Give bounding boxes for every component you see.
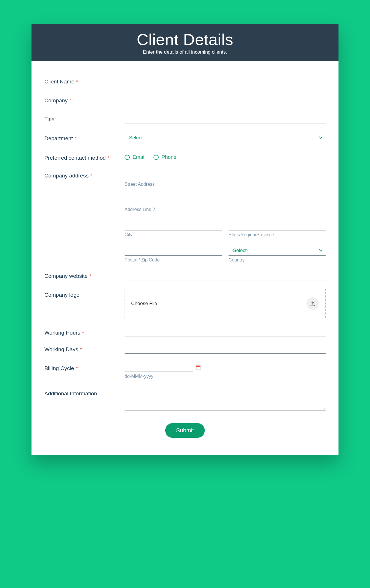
label-client-name: Client Name <box>44 79 74 85</box>
radio-email-label: Email <box>133 154 145 160</box>
label-company-address: Company address <box>44 173 88 179</box>
row-company-website: Company website * <box>44 270 326 280</box>
radio-email[interactable]: Email <box>125 154 145 160</box>
state-input[interactable] <box>229 220 326 230</box>
sublabel-line2: Address Line 2 <box>125 207 326 212</box>
row-client-name: Client Name * <box>44 76 326 86</box>
required-marker: * <box>82 331 84 335</box>
additional-info-textarea[interactable] <box>125 388 326 411</box>
file-upload-box[interactable]: Choose File <box>125 289 326 318</box>
row-billing-cycle: Billing Cycle * dd-MMM-yyyy <box>44 362 326 379</box>
row-company-logo: Company logo Choose File <box>44 289 326 318</box>
form-card: Client Details Enter the details of all … <box>32 24 338 455</box>
form-body: Client Name * Company * Title <box>32 61 338 455</box>
sublabel-postal: Postal / Zip Code <box>125 257 222 263</box>
row-department: Department * -Select- <box>44 132 326 143</box>
contact-method-radio-group: Email Phone <box>125 152 326 160</box>
select-placeholder: -Select- <box>231 248 248 253</box>
sublabel-state: State/Region/Province <box>229 232 326 237</box>
street-address-input[interactable] <box>125 170 326 180</box>
required-marker: * <box>76 366 78 371</box>
required-marker: * <box>89 274 91 279</box>
sublabel-country: Country <box>229 257 326 263</box>
label-contact-method: Preferred contact method <box>44 155 106 161</box>
required-marker: * <box>90 173 92 178</box>
label-company-logo: Company logo <box>44 292 80 298</box>
form-header: Client Details Enter the details of all … <box>32 24 338 61</box>
country-select[interactable]: -Select- <box>229 245 326 256</box>
sublabel-street: Street Address <box>125 182 326 187</box>
required-marker: * <box>75 136 76 141</box>
page-title: Client Details <box>37 30 333 49</box>
radio-phone-label: Phone <box>162 154 176 160</box>
radio-icon <box>153 155 159 160</box>
company-input[interactable] <box>125 95 326 105</box>
row-company-address: Company address * Street Address Address… <box>44 170 326 267</box>
working-hours-input[interactable] <box>125 327 326 337</box>
label-billing-cycle: Billing Cycle <box>44 365 74 371</box>
chevron-down-icon <box>319 136 323 140</box>
city-input[interactable] <box>125 220 222 230</box>
page-subtitle: Enter the details of all incoming client… <box>37 49 333 55</box>
label-company: Company <box>44 97 68 103</box>
row-company: Company * <box>44 95 326 105</box>
row-title: Title <box>44 114 326 124</box>
upload-icon <box>306 297 319 310</box>
label-title: Title <box>44 116 54 122</box>
address-line2-input[interactable] <box>125 195 326 205</box>
calendar-icon[interactable] <box>196 366 201 370</box>
row-additional-info: Additional Information <box>44 388 326 412</box>
working-days-input[interactable] <box>125 343 326 354</box>
label-working-days: Working Days <box>44 346 78 352</box>
required-marker: * <box>70 98 71 103</box>
department-select[interactable]: -Select- <box>125 132 326 143</box>
choose-file-label: Choose File <box>131 301 157 306</box>
submit-row: Submit <box>44 423 326 444</box>
postal-input[interactable] <box>125 245 222 256</box>
label-working-hours: Working Hours <box>44 330 80 336</box>
client-name-input[interactable] <box>125 76 326 86</box>
chevron-down-icon <box>319 248 323 252</box>
company-website-input[interactable] <box>125 270 326 280</box>
sublabel-city: City <box>125 232 222 237</box>
radio-icon <box>125 155 130 160</box>
label-department: Department <box>44 135 73 141</box>
row-contact-method: Preferred contact method * Email Phone <box>44 152 326 161</box>
submit-button[interactable]: Submit <box>165 423 205 438</box>
select-placeholder: -Select- <box>127 135 144 141</box>
billing-cycle-date-input[interactable] <box>125 362 193 372</box>
required-marker: * <box>80 347 82 352</box>
row-working-hours: Working Hours * <box>44 327 326 337</box>
label-additional-info: Additional Information <box>44 390 97 396</box>
required-marker: * <box>108 156 109 161</box>
row-working-days: Working Days * <box>44 343 326 354</box>
required-marker: * <box>76 79 78 84</box>
title-input[interactable] <box>125 114 326 124</box>
date-format-hint: dd-MMM-yyyy <box>125 374 326 379</box>
radio-phone[interactable]: Phone <box>153 154 176 160</box>
label-company-website: Company website <box>44 273 88 279</box>
